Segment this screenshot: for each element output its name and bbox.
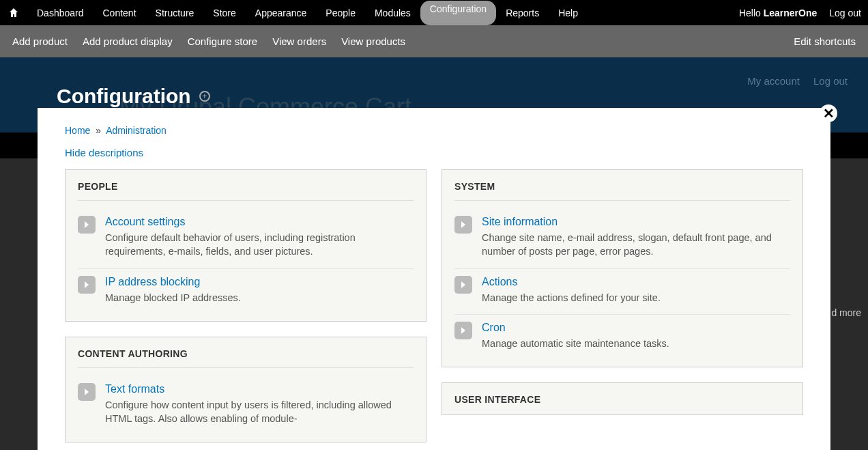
breadcrumb: Home » Administration [65, 125, 803, 136]
right-column: SYSTEM Site information Change site name… [442, 169, 803, 450]
list-item: Actions Manage the actions defined for y… [454, 269, 790, 315]
breadcrumb-home[interactable]: Home [65, 125, 90, 136]
text-formats-link[interactable]: Text formats [105, 383, 164, 395]
account-settings-link[interactable]: Account settings [105, 216, 185, 228]
overlay-title-wrap: Configuration + [57, 85, 210, 108]
item-desc: Manage the actions defined for your site… [482, 291, 790, 305]
shortcut-add-product-display[interactable]: Add product display [83, 36, 173, 47]
toolbar-item-content[interactable]: Content [93, 1, 146, 25]
toolbar-item-reports[interactable]: Reports [496, 1, 549, 25]
breadcrumb-admin[interactable]: Administration [106, 125, 167, 136]
ip-blocking-link[interactable]: IP address blocking [105, 276, 200, 288]
panel-title: USER INTERFACE [454, 394, 790, 408]
toolbar-item-store[interactable]: Store [203, 1, 245, 25]
toolbar-item-dashboard[interactable]: Dashboard [27, 1, 93, 25]
list-item: IP address blocking Manage blocked IP ad… [78, 269, 414, 314]
site-logout-link[interactable]: Log out [813, 75, 848, 87]
home-icon[interactable] [7, 6, 20, 20]
site-information-link[interactable]: Site information [482, 216, 558, 228]
left-column: PEOPLE Account settings Configure defaul… [65, 169, 426, 450]
chevron-right-icon[interactable] [454, 216, 472, 234]
chevron-right-icon[interactable] [454, 276, 472, 294]
add-shortcut-icon[interactable]: + [199, 91, 210, 102]
chevron-right-icon[interactable] [78, 216, 96, 234]
actions-link[interactable]: Actions [482, 276, 517, 288]
panel-title: CONTENT AUTHORING [78, 348, 414, 368]
cron-link[interactable]: Cron [482, 322, 506, 334]
hello-text: Hello LearnerOne [739, 8, 817, 18]
toolbar-item-help[interactable]: Help [549, 1, 588, 25]
item-desc: Change site name, e-mail address, slogan… [482, 231, 790, 259]
site-myaccount-link[interactable]: My account [747, 75, 800, 87]
panel-system: SYSTEM Site information Change site name… [442, 169, 803, 367]
toolbar-item-people[interactable]: People [316, 1, 365, 25]
panel-user-interface: USER INTERFACE [442, 382, 803, 415]
chevron-right-icon[interactable] [454, 322, 472, 339]
shortcut-configure-store[interactable]: Configure store [188, 36, 258, 47]
item-desc: Configure default behavior of users, inc… [105, 231, 414, 259]
shortcuts-bar: Add product Add product display Configur… [0, 25, 868, 57]
item-desc: Configure how content input by users is … [105, 398, 414, 426]
overlay-panel: ✕ Home » Administration Hide description… [38, 108, 830, 450]
toolbar-item-structure[interactable]: Structure [146, 1, 204, 25]
list-item: Text formats Configure how content input… [78, 376, 414, 436]
close-icon[interactable]: ✕ [820, 104, 837, 122]
site-usermenu: My account Log out [747, 75, 848, 87]
chevron-right-icon[interactable] [78, 383, 96, 401]
toolbar-item-modules[interactable]: Modules [365, 1, 420, 25]
panel-title: SYSTEM [454, 181, 790, 201]
truncated-text: d more [831, 307, 861, 318]
panel-title: PEOPLE [78, 181, 414, 201]
chevron-right-icon[interactable] [78, 276, 96, 294]
shortcut-edit[interactable]: Edit shortcuts [794, 36, 856, 47]
panel-content-authoring: CONTENT AUTHORING Text formats Configure… [65, 337, 426, 443]
hide-descriptions-link[interactable]: Hide descriptions [65, 147, 143, 158]
shortcut-view-products[interactable]: View products [341, 36, 405, 47]
item-desc: Manage automatic site maintenance tasks. [482, 337, 790, 350]
logout-link[interactable]: Log out [829, 8, 861, 18]
admin-toolbar: Dashboard Content Structure Store Appear… [0, 0, 868, 25]
list-item: Site information Change site name, e-mai… [454, 209, 790, 269]
toolbar-menu: Dashboard Content Structure Store Appear… [27, 1, 739, 25]
page-title: Configuration [57, 85, 191, 108]
toolbar-item-appearance[interactable]: Appearance [246, 1, 317, 25]
panel-people: PEOPLE Account settings Configure defaul… [65, 169, 426, 322]
list-item: Account settings Configure default behav… [78, 209, 414, 269]
list-item: Cron Manage automatic site maintenance t… [454, 315, 790, 360]
shortcut-add-product[interactable]: Add product [12, 36, 68, 47]
item-desc: Manage blocked IP addresses. [105, 291, 414, 305]
shortcut-view-orders[interactable]: View orders [272, 36, 326, 47]
toolbar-item-configuration[interactable]: Configuration [420, 1, 496, 25]
